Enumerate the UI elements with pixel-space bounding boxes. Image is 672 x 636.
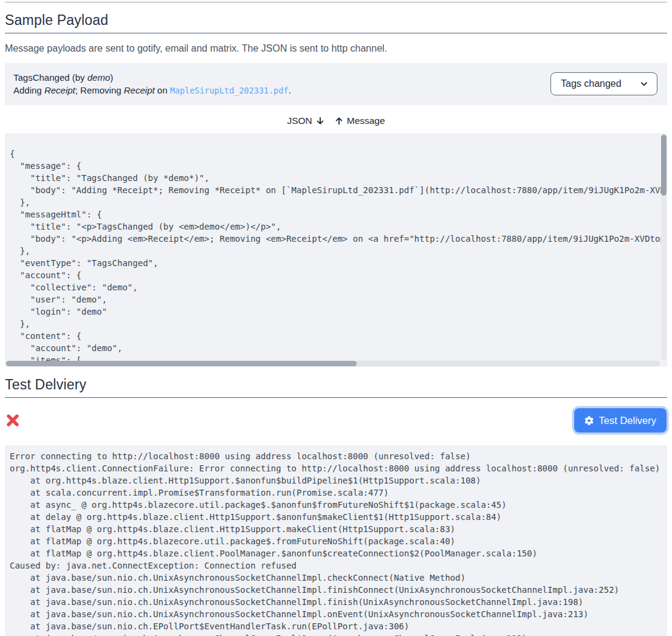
payload-preview-text: TagsChanged (by demo) Adding Receipt; Re… (13, 71, 291, 97)
test-delivery-toolbar: Test Delivery (5, 408, 667, 433)
preview-body-adding: Adding (13, 85, 44, 95)
horizontal-scrollbar[interactable] (5, 361, 660, 366)
preview-body-tag1: Receipt (44, 85, 75, 95)
event-type-dropdown[interactable]: Tags changed (550, 72, 657, 95)
top-divider (5, 2, 667, 2)
message-toggle-link[interactable]: Message (334, 115, 385, 126)
delivery-error-text: Error connecting to http://localhost:800… (5, 445, 667, 636)
item-file-link[interactable]: MapleSirupLtd_202331.pdf (170, 86, 289, 95)
sample-payload-title: Sample Payload (5, 12, 667, 33)
test-delivery-title: Test Delviery (5, 377, 667, 398)
arrow-up-icon (334, 116, 344, 126)
preview-body-tag2: Receipt (124, 85, 155, 95)
preview-body-period: . (289, 85, 291, 95)
gear-icon (585, 416, 594, 425)
vertical-scrollbar[interactable] (661, 134, 667, 360)
arrow-down-icon (315, 116, 325, 126)
preview-body-removing: ; Removing (75, 85, 124, 95)
event-type-selected-value: Tags changed (561, 78, 622, 89)
message-toggle-label: Message (347, 115, 385, 126)
json-payload-block: { "message": { "title": "TagsChanged (by… (5, 133, 667, 367)
json-toggle-link[interactable]: JSON (287, 115, 324, 126)
page: Sample Payload Message payloads are sent… (0, 2, 672, 636)
test-delivery-button-label: Test Delivery (599, 415, 656, 426)
preview-title-suffix: ) (110, 72, 113, 83)
preview-body-on: on (155, 85, 170, 95)
preview-title-user: demo (87, 72, 111, 83)
json-toggle-label: JSON (287, 115, 312, 126)
sample-payload-description: Message payloads are sent to gotify, ema… (5, 43, 667, 54)
test-delivery-button[interactable]: Test Delivery (574, 408, 667, 433)
preview-title-prefix: TagsChanged (by (13, 72, 87, 83)
payload-view-toggle: JSON Message (5, 114, 667, 128)
horizontal-scrollbar-thumb[interactable] (6, 361, 357, 366)
delivery-error-block: Error connecting to http://localhost:800… (5, 445, 667, 636)
json-payload-code: { "message": { "title": "TagsChanged (by… (5, 133, 667, 366)
preview-title-line: TagsChanged (by demo) (13, 72, 291, 84)
chevron-down-icon (640, 80, 648, 88)
vertical-scrollbar-thumb[interactable] (661, 135, 667, 196)
preview-body-line: Adding Receipt; Removing Receipt on Mapl… (13, 84, 291, 97)
failure-x-icon (5, 413, 20, 428)
payload-preview-panel: TagsChanged (by demo) Adding Receipt; Re… (5, 63, 667, 105)
